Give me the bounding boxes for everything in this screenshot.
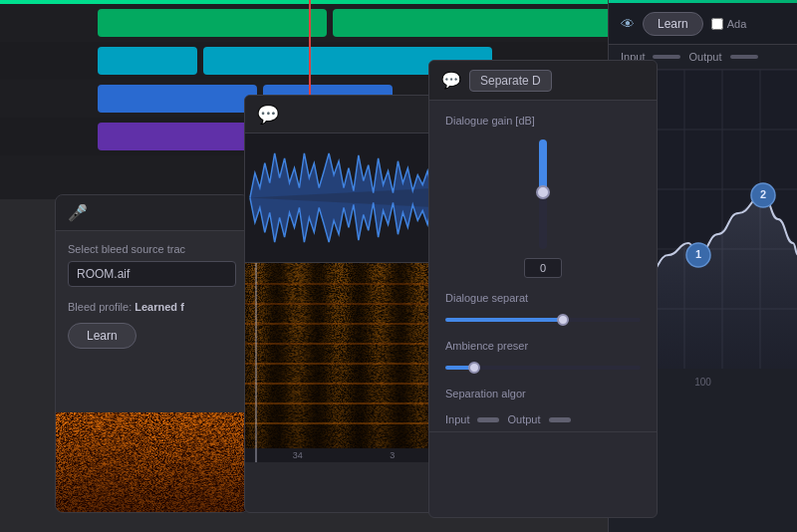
timeline-num-35: 3 [390,450,395,460]
panel-left-header: 🎤 [56,195,248,231]
ambience-preserve-slider[interactable] [445,360,641,376]
output-indicator [549,417,571,422]
spectrogram-canvas-left [56,412,248,512]
mic-icon: 🎤 [68,203,88,222]
eq-input-bar [653,55,680,59]
waveform-section [245,133,442,263]
panel-right-header: 💬 Separate D [429,61,657,101]
bleed-profile-value: Learned f [134,301,184,313]
waveform-panel: 💬 34 3 [244,95,443,513]
dialogue-gain-value[interactable]: 0 [524,258,562,278]
output-label: Output [507,413,540,425]
spectrogram-section: 34 3 [245,263,442,462]
io-row: Input Output [429,407,657,432]
select-bleed-label: Select bleed source trac [68,243,236,255]
dialogue-icon-right: 💬 [441,71,461,90]
controls-area: Dialogue gain [dB] 0 Dialogue separat Am… [429,101,657,399]
learn-button-left[interactable]: Learn [68,323,136,349]
bleed-source-panel: 🎤 Select bleed source trac ROOM.aif Blee… [55,194,249,513]
eq-header: 👁 Learn Ada [609,3,797,45]
waveform-svg [245,133,442,262]
spectrogram-preview-left [56,412,248,512]
dialogue-controls-panel: 💬 Separate D Dialogue gain [dB] 0 Dialog… [428,60,658,518]
room-file-field[interactable]: ROOM.aif [68,261,236,287]
ambience-preserve-label: Ambience preser [445,340,641,352]
input-label: Input [445,413,469,425]
input-indicator [477,417,499,422]
learn-button-eq[interactable]: Learn [643,12,703,36]
panel-left-content: Select bleed source trac ROOM.aif Bleed … [56,231,248,361]
dialogue-separation-label: Dialogue separat [445,292,641,304]
eq-output-label: Output [688,51,721,63]
timeline-num-34: 34 [293,450,303,460]
dialogue-gain-slider-container [445,134,641,254]
ada-checkbox-row[interactable]: Ada [711,18,747,30]
bleed-profile-row: Bleed profile: Learned f [68,301,236,313]
panel-middle-header: 💬 [245,96,442,133]
ada-checkbox[interactable] [711,18,723,30]
spectrogram-canvas-middle [245,263,442,462]
dialogue-icon: 💬 [257,104,279,126]
ada-label: Ada [727,18,747,30]
bleed-profile-label: Bleed profile: [68,301,132,313]
separation-algo-label: Separation algor [445,388,641,399]
eq-output-bar [730,55,758,59]
dialogue-gain-label: Dialogue gain [dB] [445,115,641,127]
eq-icon: 👁 [621,16,635,32]
dialogue-separation-slider[interactable] [445,312,641,328]
separate-label: Separate D [469,70,552,92]
